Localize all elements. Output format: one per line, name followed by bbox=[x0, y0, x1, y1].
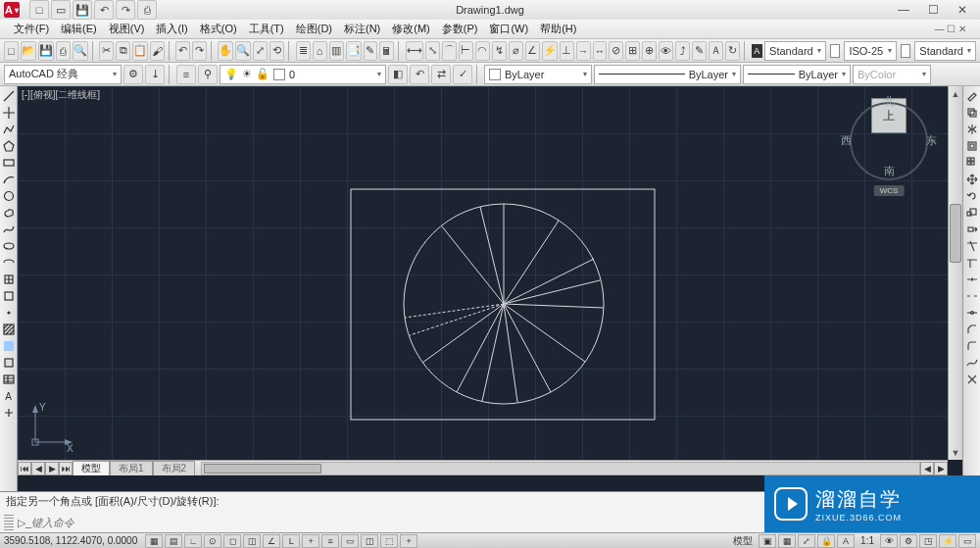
dim-radius-icon[interactable]: ◠ bbox=[475, 41, 490, 61]
menu-file[interactable]: 文件(F) bbox=[8, 22, 55, 36]
trim-icon[interactable] bbox=[964, 238, 980, 254]
dim-angular-icon[interactable]: ∠ bbox=[525, 41, 540, 61]
status-model[interactable]: 模型 bbox=[729, 534, 757, 548]
close-button[interactable]: ✕ bbox=[949, 2, 976, 18]
sc-toggle[interactable]: ⬚ bbox=[380, 534, 398, 548]
menu-view[interactable]: 视图(V) bbox=[103, 22, 151, 36]
dim-dia-icon[interactable]: ⌀ bbox=[509, 41, 523, 61]
addselected-icon[interactable] bbox=[1, 405, 17, 421]
qp-toggle[interactable]: ◫ bbox=[361, 534, 378, 548]
textstyle-icon[interactable]: A bbox=[752, 44, 763, 58]
save-icon[interactable]: 💾 bbox=[38, 41, 54, 61]
blend-icon[interactable] bbox=[964, 355, 980, 371]
menu-param[interactable]: 参数(P) bbox=[436, 22, 484, 36]
3dosnap-toggle[interactable]: ◫ bbox=[243, 534, 261, 548]
preview-icon[interactable]: 🔍 bbox=[73, 41, 88, 61]
layermatch-icon[interactable]: ⇄ bbox=[431, 65, 451, 84]
menu-edit[interactable]: 编辑(E) bbox=[55, 22, 103, 36]
status-annovis-icon[interactable]: 👁 bbox=[880, 534, 898, 548]
calc-icon[interactable]: 🖩 bbox=[379, 41, 394, 61]
plotstyle-combo[interactable]: ByColor▾ bbox=[853, 65, 931, 84]
wcs-label[interactable]: WCS bbox=[874, 185, 905, 196]
join-icon[interactable] bbox=[964, 305, 980, 321]
qat-print-icon[interactable]: ⎙ bbox=[137, 0, 157, 20]
menu-help[interactable]: 帮助(H) bbox=[534, 22, 582, 36]
layer-combo[interactable]: 💡 ☀ 🔓 0 ▾ bbox=[220, 65, 386, 84]
status-quickview-icon[interactable]: ▦ bbox=[778, 534, 796, 548]
ellipse-icon[interactable] bbox=[1, 238, 17, 254]
snap-toggle[interactable]: ▦ bbox=[145, 534, 163, 548]
dim-space-icon[interactable]: ↔ bbox=[593, 41, 608, 61]
polyline-icon[interactable] bbox=[1, 122, 17, 137]
osnap-toggle[interactable]: ◻ bbox=[223, 534, 241, 548]
status-clean-icon[interactable]: ▭ bbox=[958, 534, 976, 548]
ortho-toggle[interactable]: ∟ bbox=[184, 534, 202, 548]
compass-east[interactable]: 东 bbox=[926, 133, 937, 148]
designcenter-icon[interactable]: ⌂ bbox=[313, 41, 327, 61]
ellipsearc-icon[interactable] bbox=[1, 255, 17, 271]
hatch-icon[interactable] bbox=[1, 322, 17, 337]
compass-south[interactable]: 南 bbox=[884, 164, 895, 178]
offset-icon[interactable] bbox=[964, 138, 980, 154]
zoom-prev-icon[interactable]: ⟲ bbox=[270, 41, 284, 61]
layerprev-icon[interactable]: ↶ bbox=[410, 65, 429, 84]
minimize-button[interactable]: — bbox=[890, 2, 917, 18]
doc-minimize-icon[interactable]: — ☐ ✕ bbox=[928, 24, 972, 34]
lineweight-combo[interactable]: ByLayer▾ bbox=[743, 65, 851, 84]
plot-icon[interactable]: ⎙ bbox=[56, 41, 71, 61]
revcloud-icon[interactable] bbox=[1, 205, 17, 221]
status-hardware-icon[interactable]: ⚡ bbox=[939, 534, 956, 548]
scroll-down-icon[interactable]: ▼ bbox=[949, 445, 962, 460]
compass-north[interactable]: 北 bbox=[884, 94, 895, 109]
insertblock-icon[interactable] bbox=[1, 272, 17, 287]
point-icon[interactable] bbox=[1, 305, 17, 321]
status-maximize-icon[interactable]: ⤢ bbox=[798, 534, 815, 548]
compass-west[interactable]: 西 bbox=[841, 133, 852, 148]
qat-redo-icon[interactable]: ↷ bbox=[116, 0, 135, 20]
dimtedit-icon[interactable]: Ａ bbox=[709, 41, 723, 61]
matchprop-icon[interactable]: 🖌 bbox=[150, 41, 165, 61]
undo-icon[interactable]: ↶ bbox=[175, 41, 190, 61]
viewcube[interactable]: 北 南 西 东 上 WCS bbox=[845, 96, 933, 194]
menu-modify[interactable]: 修改(M) bbox=[386, 22, 436, 36]
dim-aligned-icon[interactable]: ⤡ bbox=[425, 41, 440, 61]
menu-insert[interactable]: 插入(I) bbox=[150, 22, 193, 36]
sheetset-icon[interactable]: 📑 bbox=[346, 41, 362, 61]
scroll-thumb-v[interactable] bbox=[950, 204, 961, 263]
open-icon[interactable]: 📂 bbox=[21, 41, 36, 61]
redo-icon[interactable]: ↷ bbox=[192, 41, 207, 61]
tablestyle-combo[interactable]: Standard▾ bbox=[914, 41, 976, 61]
polar-toggle[interactable]: ⊙ bbox=[204, 534, 221, 548]
textstyle-combo[interactable]: Standard▾ bbox=[764, 41, 826, 61]
menu-format[interactable]: 格式(O) bbox=[194, 22, 243, 36]
dimstyle-combo[interactable]: ISO-25▾ bbox=[844, 41, 896, 61]
rotate-icon[interactable] bbox=[964, 188, 980, 204]
circle-icon[interactable] bbox=[1, 188, 17, 204]
status-gear-icon[interactable]: ⚙ bbox=[900, 534, 917, 548]
dim-arc-icon[interactable]: ⌒ bbox=[442, 41, 457, 61]
menu-tools[interactable]: 工具(T) bbox=[243, 22, 290, 36]
breakpoint-icon[interactable] bbox=[964, 272, 980, 287]
dim-jogged-icon[interactable]: ↯ bbox=[492, 41, 507, 61]
otrack-toggle[interactable]: ∠ bbox=[263, 534, 280, 548]
drawing-canvas[interactable] bbox=[18, 86, 945, 478]
dim-baseline-icon[interactable]: ⊥ bbox=[560, 41, 574, 61]
dim-linear-icon[interactable]: ⟷ bbox=[406, 41, 423, 61]
menu-draw[interactable]: 绘图(D) bbox=[290, 22, 338, 36]
region-icon[interactable] bbox=[1, 355, 17, 371]
explode-icon[interactable] bbox=[964, 372, 980, 387]
dimstyle-icon[interactable] bbox=[830, 44, 841, 58]
tpy-toggle[interactable]: ▭ bbox=[341, 534, 359, 548]
ucs-icon[interactable]: Y X bbox=[27, 401, 76, 452]
joglinear-icon[interactable]: ⤴ bbox=[675, 41, 690, 61]
rectangle-icon[interactable] bbox=[1, 155, 17, 171]
app-menu-button[interactable]: A▾ bbox=[4, 2, 20, 18]
makeblock-icon[interactable] bbox=[1, 288, 17, 304]
zoom-window-icon[interactable]: ⤢ bbox=[253, 41, 268, 61]
xline-icon[interactable] bbox=[1, 105, 17, 121]
layer-filter-icon[interactable]: ⚲ bbox=[198, 65, 218, 84]
cut-icon[interactable]: ✂ bbox=[99, 41, 114, 61]
new-icon[interactable]: □ bbox=[4, 41, 19, 61]
paste-icon[interactable]: 📋 bbox=[132, 41, 148, 61]
mirror-icon[interactable] bbox=[964, 122, 980, 137]
